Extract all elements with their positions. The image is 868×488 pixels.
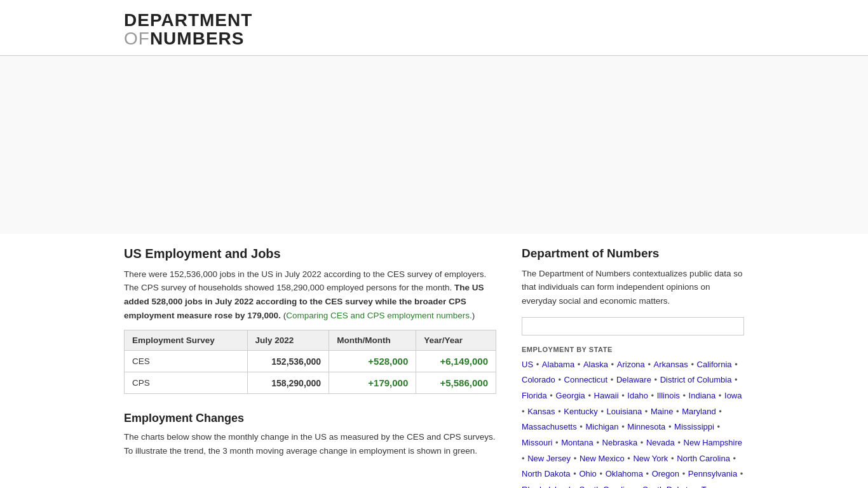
state-separator: • (644, 469, 651, 478)
state-link[interactable]: Pennsylvania (688, 469, 737, 478)
state-link[interactable]: Tennessee (702, 485, 742, 488)
state-link[interactable]: Michigan (585, 422, 618, 431)
table-row: CPS 158,290,000 +179,000 +5,586,000 (125, 372, 496, 394)
state-link[interactable]: New Jersey (527, 454, 571, 463)
state-link[interactable]: North Dakota (522, 469, 571, 478)
changes-desc: The charts below show the monthly change… (124, 430, 496, 458)
state-link[interactable]: Arkansas (654, 360, 688, 369)
state-link[interactable]: California (697, 360, 732, 369)
state-separator: • (578, 422, 585, 431)
section-title: US Employment and Jobs (124, 247, 496, 261)
state-link[interactable]: South Dakota (642, 485, 693, 488)
main-content: US Employment and Jobs There were 152,53… (124, 247, 496, 488)
state-separator: • (681, 391, 688, 400)
state-link[interactable]: New Hampshire (684, 438, 742, 447)
state-separator: • (731, 454, 736, 463)
main-layout: US Employment and Jobs There were 152,53… (0, 234, 868, 488)
state-link[interactable]: South Carolina (579, 485, 634, 488)
state-link[interactable]: Iowa (724, 391, 742, 400)
state-link[interactable]: Ohio (579, 469, 596, 478)
state-link[interactable]: Georgia (556, 391, 585, 400)
changes-title: Employment Changes (124, 412, 496, 425)
col-year: Year/Year (416, 330, 496, 351)
state-link[interactable]: US (522, 360, 533, 369)
emp-by-state-label: EMPLOYMENT BY STATE (522, 346, 744, 353)
state-link[interactable]: District of Columbia (660, 375, 732, 384)
state-link[interactable]: New York (633, 454, 668, 463)
state-link[interactable]: Louisiana (607, 407, 642, 416)
state-link[interactable]: Missouri (522, 438, 552, 447)
state-link[interactable]: Maine (651, 407, 673, 416)
col-survey: Employment Survey (125, 330, 248, 351)
ces-cps-link[interactable]: Comparing CES and CPS employment numbers… (286, 311, 472, 320)
state-separator: • (599, 407, 606, 416)
state-link[interactable]: Illinois (657, 391, 680, 400)
state-link[interactable]: Delaware (616, 375, 651, 384)
state-separator: • (625, 454, 633, 463)
state-separator: • (608, 375, 616, 384)
state-separator: • (652, 375, 660, 384)
state-link[interactable]: Minnesota (627, 422, 665, 431)
state-separator: • (649, 391, 656, 400)
state-separator: • (571, 454, 579, 463)
month-value: +179,000 (329, 372, 416, 394)
state-link[interactable]: Mississippi (674, 422, 714, 431)
state-separator: • (571, 485, 579, 488)
state-link[interactable]: Massachusetts (522, 422, 577, 431)
year-value: +6,149,000 (416, 351, 496, 372)
state-separator: • (666, 422, 674, 431)
state-separator: • (675, 438, 683, 447)
state-link[interactable]: New Mexico (580, 454, 625, 463)
state-separator: • (522, 407, 527, 416)
state-link[interactable]: Idaho (627, 391, 648, 400)
state-link[interactable]: Rhode Island (522, 485, 571, 488)
state-link[interactable]: Alabama (542, 360, 574, 369)
state-link[interactable]: Arizona (617, 360, 645, 369)
state-link[interactable]: Nevada (646, 438, 675, 447)
table-body: CES 152,536,000 +528,000 +6,149,000 CPS … (125, 351, 496, 394)
state-link[interactable]: Oklahoma (606, 469, 643, 478)
state-separator: • (597, 469, 605, 478)
state-link[interactable]: Connecticut (564, 375, 608, 384)
state-separator: • (717, 407, 722, 416)
state-link[interactable]: Alaska (583, 360, 608, 369)
july-value: 158,290,000 (247, 372, 329, 394)
search-input[interactable] (522, 317, 744, 336)
state-link[interactable]: Kansas (527, 407, 555, 416)
state-separator: • (634, 485, 642, 488)
state-link[interactable]: Montana (561, 438, 593, 447)
state-separator: • (693, 485, 701, 488)
logo-of: OF (124, 29, 150, 48)
state-link[interactable]: North Carolina (677, 454, 730, 463)
survey-name: CES (125, 351, 248, 372)
advertisement-area (0, 56, 868, 234)
state-separator: • (556, 407, 564, 416)
state-link[interactable]: Hawaii (594, 391, 619, 400)
state-separator: • (646, 360, 653, 369)
logo-department: DEPARTMENT (124, 11, 868, 29)
logo-link[interactable]: DEPARTMENT OFNUMBERS (124, 11, 868, 49)
state-link[interactable]: Kentucky (564, 407, 597, 416)
sidebar-title: Department of Numbers (522, 247, 744, 261)
state-separator: • (642, 407, 650, 416)
july-value: 152,536,000 (247, 351, 329, 372)
survey-name: CPS (125, 372, 248, 394)
state-link[interactable]: Oregon (652, 469, 679, 478)
state-link[interactable]: Colorado (522, 375, 555, 384)
state-separator: • (571, 469, 579, 478)
state-link[interactable]: Indiana (689, 391, 716, 400)
state-link[interactable]: Maryland (682, 407, 715, 416)
state-separator: • (522, 454, 527, 463)
col-july: July 2022 (247, 330, 329, 351)
state-separator: • (620, 391, 627, 400)
state-separator: • (715, 422, 720, 431)
state-links: US • Alabama • Alaska • Arizona • Arkans… (522, 357, 744, 488)
state-link[interactable]: Nebraska (602, 438, 638, 447)
state-separator: • (553, 438, 560, 447)
state-separator: • (733, 360, 738, 369)
state-separator: • (594, 438, 602, 447)
state-link[interactable]: Florida (522, 391, 547, 400)
state-separator: • (556, 375, 564, 384)
month-value: +528,000 (329, 351, 416, 372)
state-separator: • (716, 391, 724, 400)
